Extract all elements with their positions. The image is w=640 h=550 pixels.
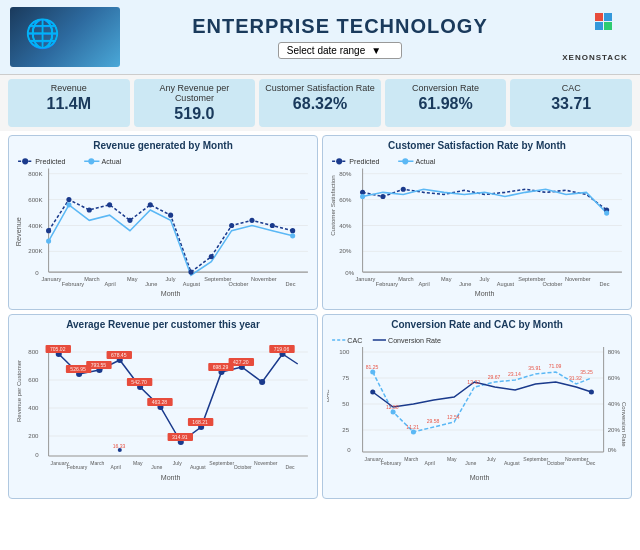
svg-text:29.58: 29.58 xyxy=(427,418,440,424)
date-range-select[interactable]: Select date range ▼ xyxy=(278,42,402,59)
svg-point-8 xyxy=(88,158,94,164)
svg-text:October: October xyxy=(229,281,249,287)
svg-text:August: August xyxy=(183,281,201,287)
svg-text:April: April xyxy=(425,460,435,466)
svg-text:September: September xyxy=(204,276,231,282)
svg-point-189 xyxy=(370,390,375,395)
svg-text:50: 50 xyxy=(342,401,349,407)
chart-csat-by-month: Customer Satisfaction Rate by Month Pred… xyxy=(322,135,632,310)
svg-point-30 xyxy=(188,270,193,275)
svg-point-38 xyxy=(290,233,295,238)
svg-text:Dec: Dec xyxy=(600,281,610,287)
svg-text:Conversion Rate: Conversion Rate xyxy=(388,337,441,344)
svg-text:0%: 0% xyxy=(345,269,354,276)
svg-text:DAC: DAC xyxy=(327,389,330,402)
svg-text:June: June xyxy=(465,460,476,466)
svg-point-188 xyxy=(411,430,416,435)
svg-point-133 xyxy=(259,379,265,385)
svg-point-73 xyxy=(401,187,406,192)
svg-text:February: February xyxy=(376,281,398,287)
logo-text: XENONSTACK xyxy=(560,53,630,62)
svg-point-35 xyxy=(290,228,295,233)
svg-point-31 xyxy=(209,254,214,259)
svg-point-76 xyxy=(604,210,609,215)
svg-text:August: August xyxy=(504,460,520,466)
svg-point-56 xyxy=(402,158,408,164)
svg-point-36 xyxy=(46,238,51,243)
kpi-row: Revenue 11.4M Any Revenue per Customer 5… xyxy=(0,75,640,131)
svg-text:March: March xyxy=(398,276,413,282)
svg-text:May: May xyxy=(441,276,452,282)
svg-text:November: November xyxy=(251,276,277,282)
kpi-csat: Customer Satisfaction Rate 68.32% xyxy=(259,79,381,127)
svg-text:427.20: 427.20 xyxy=(233,359,249,365)
svg-text:January: January xyxy=(41,276,61,282)
svg-text:June: June xyxy=(459,281,471,287)
kpi-revenue: Revenue 11.4M xyxy=(8,79,130,127)
svg-text:Dec: Dec xyxy=(286,464,296,470)
svg-rect-2 xyxy=(595,22,603,30)
svg-text:400: 400 xyxy=(28,405,39,411)
svg-text:Month: Month xyxy=(161,474,181,481)
svg-text:35.91: 35.91 xyxy=(528,365,541,371)
svg-point-28 xyxy=(148,202,153,207)
svg-text:August: August xyxy=(497,281,515,287)
svg-text:29.67: 29.67 xyxy=(488,374,501,380)
svg-text:May: May xyxy=(447,456,457,462)
svg-text:400K: 400K xyxy=(28,222,43,229)
svg-text:698.29: 698.29 xyxy=(213,364,229,370)
svg-text:April: April xyxy=(419,281,430,287)
svg-text:July: July xyxy=(480,276,490,282)
svg-rect-0 xyxy=(595,13,603,21)
svg-text:526.95: 526.95 xyxy=(70,366,86,372)
svg-text:719.06: 719.06 xyxy=(274,346,290,352)
svg-point-186 xyxy=(370,370,375,375)
svg-text:CAC: CAC xyxy=(347,337,362,344)
svg-text:February: February xyxy=(381,460,402,466)
svg-text:January: January xyxy=(355,276,375,282)
svg-text:Month: Month xyxy=(475,290,495,298)
chart3-inner: Revenue per Customer 800 600 400 200 0 xyxy=(13,332,313,487)
svg-text:81.25: 81.25 xyxy=(366,364,379,370)
svg-point-53 xyxy=(336,158,342,164)
svg-text:February: February xyxy=(62,281,84,287)
svg-text:June: June xyxy=(145,281,157,287)
chart-revenue-by-month: Revenue generated by Month Predicted Act… xyxy=(8,135,318,310)
charts-area: Revenue generated by Month Predicted Act… xyxy=(0,131,640,503)
svg-text:March: March xyxy=(90,460,104,466)
svg-text:Actual: Actual xyxy=(415,158,435,166)
svg-text:11.21: 11.21 xyxy=(406,424,419,430)
svg-point-23 xyxy=(46,228,51,233)
svg-text:July: July xyxy=(487,456,497,462)
svg-text:October: October xyxy=(234,464,252,470)
svg-text:Predicted: Predicted xyxy=(35,158,65,166)
svg-text:August: August xyxy=(190,464,206,470)
svg-text:12.54: 12.54 xyxy=(447,414,460,420)
svg-text:600K: 600K xyxy=(28,196,43,203)
svg-text:July: July xyxy=(166,276,176,282)
svg-text:793.55: 793.55 xyxy=(91,362,107,368)
svg-text:23.14: 23.14 xyxy=(508,371,521,377)
svg-text:Predicted: Predicted xyxy=(349,158,379,166)
svg-text:Customer Satisfaction: Customer Satisfaction xyxy=(329,175,336,236)
svg-text:July: July xyxy=(173,460,183,466)
chart-conversion-cac: Conversion Rate and CAC by Month CAC Con… xyxy=(322,314,632,499)
svg-point-32 xyxy=(229,223,234,228)
svg-text:60%: 60% xyxy=(339,196,352,203)
svg-text:16.33: 16.33 xyxy=(113,443,126,449)
svg-text:October: October xyxy=(543,281,563,287)
svg-text:40%: 40% xyxy=(339,222,352,229)
svg-rect-3 xyxy=(604,22,612,30)
svg-point-37 xyxy=(66,202,71,207)
svg-text:February: February xyxy=(67,464,88,470)
svg-point-26 xyxy=(107,202,112,207)
svg-text:Revenue per Customer: Revenue per Customer xyxy=(16,360,22,422)
chart2-inner: Predicted Actual Customer Satisfaction 8… xyxy=(327,153,627,298)
header: ENTERPRISE TECHNOLOGY Select date range … xyxy=(0,0,640,75)
svg-text:20%: 20% xyxy=(608,427,621,433)
svg-text:13.32: 13.32 xyxy=(467,379,480,385)
svg-text:May: May xyxy=(127,276,138,282)
svg-text:35.25: 35.25 xyxy=(580,369,593,375)
svg-text:168.21: 168.21 xyxy=(192,419,208,425)
chart1-inner: Predicted Actual Revenue 800K 600K 400K … xyxy=(13,153,313,298)
